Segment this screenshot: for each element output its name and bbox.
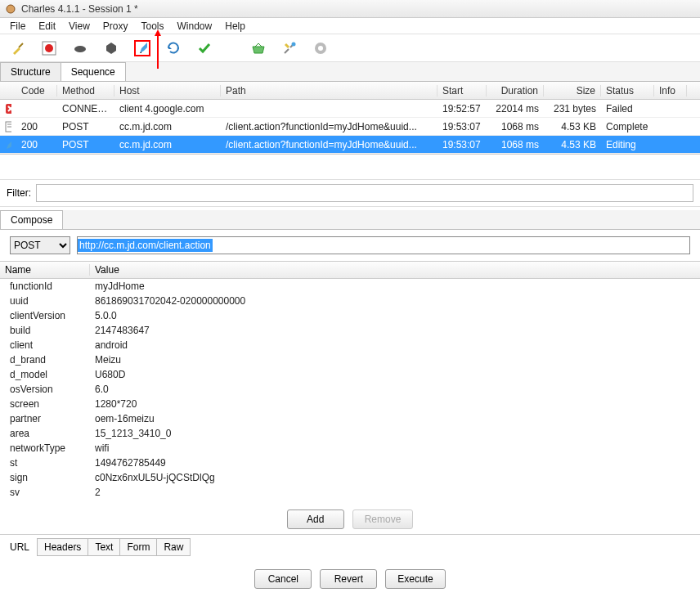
menu-window[interactable]: Window <box>173 19 218 34</box>
tab-compose[interactable]: Compose <box>0 210 63 229</box>
detail-tabs: Compose <box>0 210 700 230</box>
svg-point-4 <box>74 46 86 52</box>
filter-input[interactable] <box>36 184 693 202</box>
add-button[interactable]: Add <box>287 509 344 529</box>
menu-edit[interactable]: Edit <box>34 19 61 34</box>
param-row[interactable]: partneroem-16meizu <box>0 411 700 426</box>
toolbar <box>0 34 700 62</box>
col-start[interactable]: Start <box>438 85 487 97</box>
subtab-text[interactable]: Text <box>88 538 120 556</box>
svg-point-6 <box>292 42 296 46</box>
param-row[interactable]: signc0Nzx6nxUL5U-jQCStDlQg <box>0 470 700 485</box>
svg-point-0 <box>7 5 15 13</box>
check-icon[interactable] <box>196 40 213 56</box>
menu-help[interactable]: Help <box>220 19 250 34</box>
broom-icon[interactable] <box>10 40 26 56</box>
svg-point-3 <box>45 44 53 52</box>
menu-file[interactable]: File <box>5 19 30 34</box>
col-path[interactable]: Path <box>221 85 438 97</box>
param-row[interactable]: osVersion6.0 <box>0 382 700 397</box>
col-size[interactable]: Size <box>544 85 601 97</box>
record-icon[interactable] <box>41 40 57 56</box>
request-grid: Code Method Host Path Start Duration Siz… <box>0 82 700 155</box>
revert-button[interactable]: Revert <box>320 569 377 589</box>
params-body: functionIdmyJdHomeuuid861869031702042-02… <box>0 279 700 500</box>
param-row[interactable]: st1494762785449 <box>0 456 700 470</box>
param-row[interactable]: d_brandMeizu <box>0 352 700 367</box>
col-param-value[interactable]: Value <box>90 264 700 276</box>
doc-icon <box>0 121 16 132</box>
menubar: File Edit View Proxy Tools Window Help <box>0 18 700 34</box>
param-row[interactable]: clientandroid <box>0 338 700 352</box>
action-buttons: Cancel Revert Execute <box>0 559 700 594</box>
table-row[interactable]: CONNECT client 4.google.com 19:52:57 220… <box>0 100 700 118</box>
main-tabs: Structure Sequence <box>0 62 700 82</box>
app-icon <box>5 3 16 15</box>
tab-structure[interactable]: Structure <box>0 62 61 81</box>
window-title: Charles 4.1.1 - Session 1 * <box>21 3 138 15</box>
col-code[interactable]: Code <box>16 85 57 97</box>
window-titlebar: Charles 4.1.1 - Session 1 * <box>0 0 700 18</box>
params-header: Name Value <box>0 261 700 279</box>
svg-line-1 <box>19 43 23 47</box>
table-row[interactable]: 200 POST cc.m.jd.com /client.action?func… <box>0 136 700 154</box>
table-row[interactable]: 200 POST cc.m.jd.com /client.action?func… <box>0 118 700 136</box>
compose-bar: POST http://cc.m.jd.com/client.action <box>0 230 700 261</box>
col-host[interactable]: Host <box>114 85 221 97</box>
execute-button[interactable]: Execute <box>385 569 445 589</box>
col-status[interactable]: Status <box>601 85 654 97</box>
subtab-form[interactable]: Form <box>119 538 157 556</box>
edit-icon[interactable] <box>134 40 150 56</box>
refresh-icon[interactable] <box>165 40 182 56</box>
svg-point-8 <box>318 46 323 51</box>
param-buttons: Add Remove <box>0 500 700 534</box>
compose-subtabs: URL Headers Text Form Raw <box>0 534 700 559</box>
svg-marker-5 <box>106 43 116 54</box>
edit-icon <box>0 139 16 150</box>
param-row[interactable]: clientVersion5.0.0 <box>0 308 700 323</box>
cancel-button[interactable]: Cancel <box>254 569 312 589</box>
basket-icon[interactable] <box>250 40 267 56</box>
param-row[interactable]: networkTypewifi <box>0 441 700 456</box>
filter-label: Filter: <box>7 187 31 199</box>
turtle-icon[interactable] <box>72 40 88 56</box>
col-method[interactable]: Method <box>57 85 114 97</box>
param-row[interactable]: sv2 <box>0 485 700 500</box>
error-icon <box>0 103 16 114</box>
col-duration[interactable]: Duration <box>487 85 544 97</box>
hexagon-icon[interactable] <box>103 40 119 56</box>
param-row[interactable]: d_modelU680D <box>0 367 700 382</box>
filter-bar: Filter: <box>0 179 700 207</box>
grid-header: Code Method Host Path Start Duration Siz… <box>0 82 700 100</box>
tab-sequence[interactable]: Sequence <box>61 62 126 81</box>
param-row[interactable]: build2147483647 <box>0 323 700 338</box>
menu-tools[interactable]: Tools <box>137 19 169 34</box>
tools-icon[interactable] <box>281 40 298 56</box>
gear-icon[interactable] <box>312 40 329 56</box>
remove-button[interactable]: Remove <box>352 509 414 529</box>
menu-proxy[interactable]: Proxy <box>98 19 133 34</box>
method-select[interactable]: POST <box>10 236 70 254</box>
col-info[interactable]: Info <box>654 85 687 97</box>
subtab-url[interactable]: URL <box>7 539 38 555</box>
param-row[interactable]: functionIdmyJdHome <box>0 279 700 294</box>
param-row[interactable]: uuid861869031702042-020000000000 <box>0 294 700 308</box>
url-input[interactable]: http://cc.m.jd.com/client.action <box>77 236 690 254</box>
col-param-name[interactable]: Name <box>0 264 90 276</box>
menu-view[interactable]: View <box>64 19 95 34</box>
param-row[interactable]: area15_1213_3410_0 <box>0 426 700 441</box>
param-row[interactable]: screen1280*720 <box>0 397 700 411</box>
subtab-raw[interactable]: Raw <box>156 538 191 556</box>
subtab-headers[interactable]: Headers <box>37 538 88 556</box>
